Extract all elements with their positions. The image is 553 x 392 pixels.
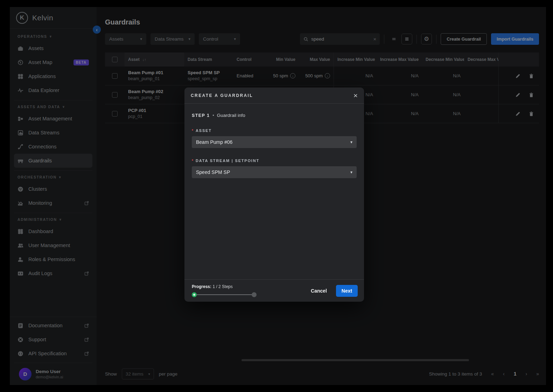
required-asterisk: * — [192, 128, 194, 133]
data-stream-field-label: DATA STREAM | SETPOINT — [196, 159, 259, 163]
modal-body: STEP 1 • Guardrail info *ASSET Beam Pump… — [184, 104, 364, 279]
step-slider[interactable] — [192, 292, 257, 297]
step-2-dot[interactable] — [252, 292, 257, 297]
step-1-dot[interactable] — [192, 292, 197, 297]
asset-field-group: *ASSET Beam Pump #06 ▾ — [192, 128, 357, 148]
asset-field-label: ASSET — [196, 128, 212, 133]
required-asterisk: * — [192, 159, 194, 163]
data-stream-field-group: *DATA STREAM | SETPOINT Speed SPM SP ▾ — [192, 159, 357, 178]
progress-label: Progress: — [192, 284, 211, 289]
create-guardrail-modal: CREATE A GUARDRAIL × STEP 1 • Guardrail … — [184, 88, 364, 302]
chevron-down-icon: ▾ — [350, 140, 352, 145]
data-stream-select[interactable]: Speed SPM SP ▾ — [192, 166, 357, 178]
cancel-button[interactable]: Cancel — [311, 288, 327, 294]
modal-header: CREATE A GUARDRAIL × — [184, 88, 364, 104]
chevron-down-icon: ▾ — [350, 170, 352, 175]
bullet-icon: • — [212, 113, 214, 118]
progress-text: 1 / 2 Steps — [212, 284, 232, 289]
step-label: STEP 1 — [192, 113, 210, 118]
asset-select-value: Beam Pump #06 — [196, 139, 232, 145]
step-title: Guardrail info — [217, 113, 245, 118]
next-button[interactable]: Next — [336, 285, 358, 297]
modal-title: CREATE A GUARDRAIL — [191, 93, 253, 98]
slider-track — [193, 294, 255, 295]
close-icon[interactable]: × — [354, 92, 358, 99]
progress-indicator: Progress: 1 / 2 Steps — [192, 284, 257, 297]
step-indicator: STEP 1 • Guardrail info — [192, 113, 357, 118]
asset-select[interactable]: Beam Pump #06 ▾ — [192, 136, 357, 148]
data-stream-select-value: Speed SPM SP — [196, 169, 230, 175]
modal-footer: Progress: 1 / 2 Steps Cancel Next — [184, 279, 364, 302]
